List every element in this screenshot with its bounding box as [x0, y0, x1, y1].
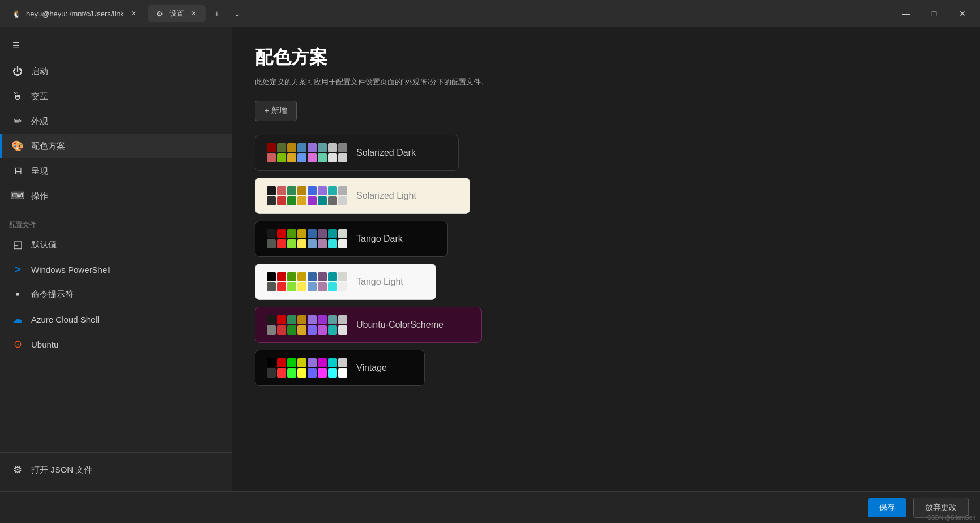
sidebar-item-actions-label: 操作 — [31, 191, 48, 202]
sidebar-item-defaults[interactable]: ◱ 默认值 — [0, 232, 232, 257]
swatch — [267, 229, 276, 238]
azure-icon: ☁ — [11, 312, 24, 326]
sidebar-menu-button[interactable]: ☰ — [5, 34, 27, 57]
tab-settings[interactable]: ⚙ 设置 ✕ — [148, 5, 206, 22]
swatch — [287, 186, 296, 195]
swatch — [318, 368, 327, 378]
swatch — [297, 153, 306, 162]
sidebar-bottom: ⚙ 打开 JSON 文件 — [0, 452, 232, 487]
new-tab-button[interactable]: + — [208, 5, 226, 23]
swatch — [277, 239, 286, 248]
swatch — [318, 196, 327, 205]
swatch — [328, 272, 337, 281]
swatch — [328, 196, 337, 205]
tabs-dropdown-button[interactable]: ⌄ — [228, 5, 246, 23]
swatch — [277, 315, 286, 324]
swatch — [297, 315, 306, 324]
tab-settings-close[interactable]: ✕ — [189, 8, 199, 19]
swatch — [328, 229, 337, 238]
minimize-button[interactable]: — — [893, 5, 919, 23]
swatch — [338, 239, 347, 248]
rendering-icon: 🖥 — [11, 164, 24, 178]
swatch — [297, 196, 306, 205]
tab-terminal[interactable]: 🐧 heyu@heyu: /mnt/c/Users/link ✕ — [5, 5, 146, 22]
sidebar-divider-1 — [0, 211, 232, 211]
swatch — [328, 325, 337, 335]
tab-settings-label: 设置 — [169, 8, 184, 19]
swatch — [297, 368, 306, 378]
maximize-button[interactable]: □ — [921, 5, 947, 23]
scheme-name-solarized-dark: Solarized Dark — [356, 148, 416, 158]
scheme-card-tango-light[interactable]: Tango Light — [255, 264, 436, 300]
swatch — [267, 196, 276, 205]
scheme-card-ubuntu[interactable]: Ubuntu-ColorScheme — [255, 307, 482, 343]
swatch — [297, 186, 306, 195]
swatch — [287, 368, 296, 378]
sidebar-item-open-json[interactable]: ⚙ 打开 JSON 文件 — [0, 457, 232, 482]
sidebar-item-cmd[interactable]: ▪ 命令提示符 — [0, 282, 232, 307]
swatch — [277, 196, 286, 205]
swatch — [318, 325, 327, 335]
swatch — [308, 239, 317, 248]
swatch — [308, 143, 317, 152]
swatch — [328, 315, 337, 324]
sidebar-item-appearance[interactable]: ✏ 外观 — [0, 109, 232, 134]
sidebar-item-azure-label: Azure Cloud Shell — [31, 315, 99, 324]
scheme-list: Solarized Dark — [255, 135, 957, 386]
scheme-card-solarized-dark[interactable]: Solarized Dark — [255, 135, 459, 171]
close-window-button[interactable]: ✕ — [949, 5, 975, 23]
swatch — [297, 239, 306, 248]
sidebar-item-powershell[interactable]: > Windows PowerShell — [0, 257, 232, 282]
sidebar-item-azure[interactable]: ☁ Azure Cloud Shell — [0, 307, 232, 332]
sidebar-item-rendering[interactable]: 🖥 呈现 — [0, 158, 232, 183]
save-button[interactable]: 保存 — [868, 498, 906, 517]
scheme-name-ubuntu: Ubuntu-ColorScheme — [356, 320, 444, 330]
tango-dark-swatches — [267, 229, 347, 248]
swatch — [287, 239, 296, 248]
swatch — [277, 358, 286, 367]
sidebar-item-startup-label: 启动 — [31, 66, 48, 77]
swatch — [328, 282, 337, 291]
add-scheme-button[interactable]: + 新增 — [255, 101, 297, 121]
scheme-card-solarized-light[interactable]: Solarized Light — [255, 178, 470, 214]
actions-icon: ⌨ — [11, 189, 24, 203]
swatch — [318, 358, 327, 367]
sidebar-item-interaction[interactable]: 🖱 交互 — [0, 84, 232, 109]
swatch — [277, 282, 286, 291]
color-schemes-icon: 🎨 — [11, 139, 24, 153]
tango-light-swatches — [267, 272, 347, 291]
sidebar-item-ubuntu[interactable]: ⊙ Ubuntu — [0, 332, 232, 357]
swatch — [328, 143, 337, 152]
swatch — [318, 239, 327, 248]
swatch — [338, 315, 347, 324]
cmd-icon: ▪ — [11, 288, 24, 301]
solarized-dark-swatches — [267, 143, 347, 162]
swatch — [338, 186, 347, 195]
swatch — [287, 229, 296, 238]
tab-terminal-close[interactable]: ✕ — [129, 8, 139, 19]
swatch — [277, 186, 286, 195]
swatch — [308, 196, 317, 205]
swatch — [308, 186, 317, 195]
swatch — [308, 315, 317, 324]
vintage-swatches — [267, 358, 347, 378]
page-subtitle: 此处定义的方案可应用于配置文件设置页面的"外观"部分下的配置文件。 — [255, 77, 957, 87]
sidebar-item-color-schemes[interactable]: 🎨 配色方案 — [0, 134, 232, 158]
swatch — [328, 358, 337, 367]
sidebar-item-startup[interactable]: ⏻ 启动 — [0, 59, 232, 84]
bottom-bar: 保存 放弃更改 — [0, 491, 980, 523]
swatch — [277, 153, 286, 162]
scheme-card-tango-dark[interactable]: Tango Dark — [255, 221, 448, 257]
sidebar-item-actions[interactable]: ⌨ 操作 — [0, 183, 232, 208]
page-title: 配色方案 — [255, 45, 957, 70]
swatch — [338, 325, 347, 335]
hamburger-icon: ☰ — [12, 41, 20, 50]
swatch — [338, 196, 347, 205]
swatch — [318, 153, 327, 162]
swatch — [338, 272, 347, 281]
swatch — [267, 239, 276, 248]
swatch — [328, 186, 337, 195]
swatch — [338, 229, 347, 238]
swatch — [318, 143, 327, 152]
scheme-card-vintage[interactable]: Vintage — [255, 350, 425, 386]
